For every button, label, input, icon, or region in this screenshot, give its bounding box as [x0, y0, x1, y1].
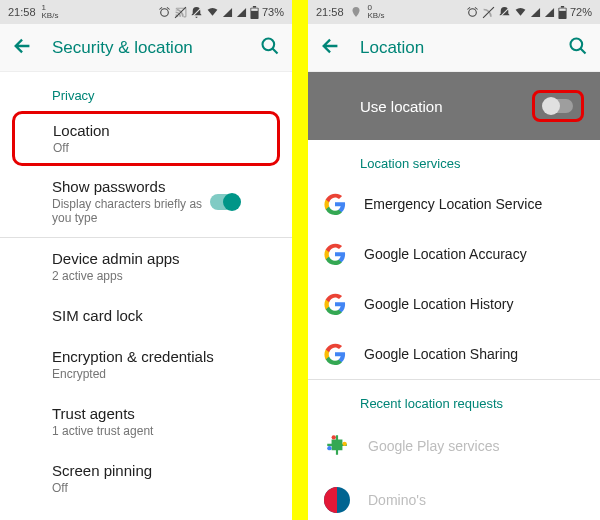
use-location-label: Use location: [360, 98, 443, 115]
search-icon[interactable]: [568, 36, 588, 60]
google-icon: [324, 293, 346, 315]
svg-point-11: [571, 38, 583, 50]
svg-point-13: [342, 442, 346, 446]
trust-agents-row[interactable]: Trust agents 1 active trust agent: [0, 393, 292, 450]
location-settings: Use location Location services Emergency…: [308, 72, 600, 520]
settings-list: Privacy Location Off Show passwords Disp…: [0, 72, 292, 520]
status-bar: 21:58 1KB/s 73%: [0, 0, 292, 24]
svg-rect-10: [559, 8, 566, 10]
recent-dominos[interactable]: Domino's: [308, 473, 600, 520]
location-row-highlight[interactable]: Location Off: [12, 111, 280, 166]
location-sub: Off: [53, 141, 233, 155]
location-title: Location: [53, 122, 239, 139]
service-label: Google Location Accuracy: [364, 246, 584, 262]
service-label: Google Location Sharing: [364, 346, 584, 362]
section-location-services: Location services: [308, 140, 600, 179]
app-bar: Location: [308, 24, 600, 72]
svg-point-14: [327, 446, 331, 450]
status-speed: 0KB/s: [368, 4, 385, 20]
status-time: 21:58: [8, 6, 36, 18]
gutter: [292, 0, 308, 520]
status-battery: 73%: [262, 6, 284, 18]
show-passwords-sub: Display characters briefly as you type: [52, 197, 210, 225]
alarm-icon: [466, 6, 479, 19]
recent-label: Domino's: [368, 492, 584, 508]
google-icon: [324, 243, 346, 265]
sim-lock-row[interactable]: SIM card lock: [0, 295, 292, 336]
svg-rect-9: [561, 6, 564, 8]
use-location-row[interactable]: Use location: [308, 72, 600, 140]
status-time: 21:58: [316, 6, 344, 18]
show-passwords-title: Show passwords: [52, 178, 210, 195]
recent-play-services[interactable]: Google Play services: [308, 419, 600, 473]
service-emergency[interactable]: Emergency Location Service: [308, 179, 600, 229]
use-location-toggle-highlight: [532, 90, 584, 122]
status-battery: 72%: [570, 6, 592, 18]
battery-icon: [250, 6, 259, 19]
service-sharing[interactable]: Google Location Sharing: [308, 329, 600, 379]
dnd-icon: [190, 6, 203, 19]
wifi-icon: [514, 6, 527, 19]
svg-line-6: [483, 7, 494, 18]
battery-icon: [558, 6, 567, 19]
play-services-icon: [324, 433, 350, 459]
svg-point-5: [263, 38, 275, 50]
show-passwords-row[interactable]: Show passwords Display characters briefl…: [0, 166, 292, 237]
wifi-icon: [206, 6, 219, 19]
google-icon: [324, 193, 346, 215]
phone-right: 21:58 0KB/s 72% Location Use location: [308, 0, 600, 520]
signal-icon-2: [236, 7, 247, 18]
service-label: Emergency Location Service: [364, 196, 584, 212]
cast-icon: [482, 6, 495, 19]
page-title: Security & location: [52, 38, 242, 58]
back-icon[interactable]: [320, 35, 342, 61]
dnd-icon: [498, 6, 511, 19]
signal-icon: [222, 7, 233, 18]
dominos-icon: [324, 487, 350, 513]
cast-icon: [174, 6, 187, 19]
status-speed: 1KB/s: [42, 4, 59, 20]
recent-label: Google Play services: [368, 438, 584, 454]
service-label: Google Location History: [364, 296, 584, 312]
svg-point-12: [332, 435, 336, 439]
screen-pinning-row[interactable]: Screen pinning Off: [0, 450, 292, 507]
google-icon: [324, 343, 346, 365]
show-passwords-toggle[interactable]: [210, 194, 240, 210]
service-accuracy[interactable]: Google Location Accuracy: [308, 229, 600, 279]
search-icon[interactable]: [260, 36, 280, 60]
page-title: Location: [360, 38, 550, 58]
status-icons: 73%: [158, 6, 284, 19]
alarm-icon: [158, 6, 171, 19]
use-location-toggle[interactable]: [543, 99, 573, 113]
phone-left: 21:58 1KB/s 73% Security & location Priv…: [0, 0, 292, 520]
status-bar: 21:58 0KB/s 72%: [308, 0, 600, 24]
device-admin-row[interactable]: Device admin apps 2 active apps: [0, 238, 292, 295]
svg-rect-4: [251, 8, 258, 10]
back-icon[interactable]: [12, 35, 34, 61]
service-history[interactable]: Google Location History: [308, 279, 600, 329]
svg-rect-3: [253, 6, 256, 8]
encryption-row[interactable]: Encryption & credentials Encrypted: [0, 336, 292, 393]
signal-icon: [530, 7, 541, 18]
signal-icon-2: [544, 7, 555, 18]
status-icons: 72%: [466, 6, 592, 19]
location-off-icon: [350, 6, 362, 18]
section-recent: Recent location requests: [308, 380, 600, 419]
app-bar: Security & location: [0, 24, 292, 72]
section-privacy: Privacy: [0, 72, 292, 111]
